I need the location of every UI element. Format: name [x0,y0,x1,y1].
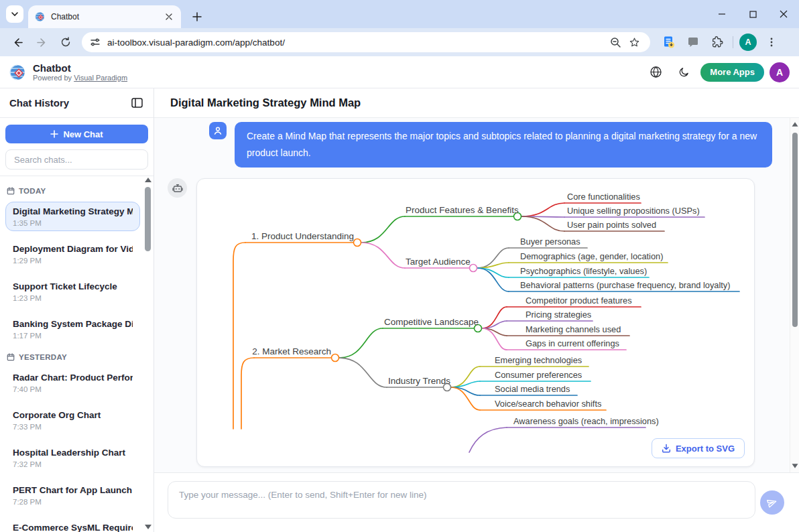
browser-menu-icon[interactable] [761,32,782,52]
svg-text:Target Audience: Target Audience [406,257,471,267]
browser-toolbar: ai-toolbox.visual-paradigm.com/app/chatb… [0,28,799,56]
chat-section-header: YESTERDAY [7,352,139,362]
message-input-area [154,472,799,532]
toolbar-separator [733,36,733,48]
browser-tab[interactable]: Chatbot [28,5,181,28]
download-icon [662,444,671,453]
visual-paradigm-link[interactable]: Visual Paradigm [74,74,127,82]
svg-text:Gaps in current offerings: Gaps in current offerings [526,338,619,348]
bot-message-row: 1. Product UnderstandingProduct Features… [154,168,799,467]
bookmark-star-icon[interactable] [625,33,643,52]
browser-avatar[interactable]: A [739,34,757,51]
tab-search-chevron-icon[interactable] [6,5,23,23]
sidebar: Chat History New Chat TODAYDigital Marke… [0,88,154,532]
reload-icon[interactable] [55,31,76,53]
export-svg-button[interactable]: Export to SVG [652,438,745,458]
svg-text:Awareness goals (reach, impres: Awareness goals (reach, impressions) [513,416,659,426]
app-avatar[interactable]: A [770,62,790,82]
minimize-icon[interactable] [706,0,737,28]
svg-text:Voice/search behavior shifts: Voice/search behavior shifts [495,399,601,409]
site-settings-icon[interactable] [90,37,101,48]
chat-history-list: TODAYDigital Marketing Strategy M...1:35… [0,176,153,532]
powered-by: Powered by Visual Paradigm [33,74,127,82]
svg-text:Competitor product features: Competitor product features [526,295,632,306]
main-panel: Digital Marketing Strategy Mind Map Crea… [154,88,799,532]
new-tab-icon[interactable] [189,9,205,25]
new-chat-button[interactable]: New Chat [5,125,148,143]
favicon-visual-paradigm [35,11,46,22]
svg-text:Marketing channels used: Marketing channels used [526,324,621,334]
svg-text:Behavioral patterns (purchase: Behavioral patterns (purchase frequency,… [520,280,730,290]
window-close-icon[interactable] [768,0,799,28]
svg-text:Consumer preferences: Consumer preferences [495,370,582,380]
svg-text:Social media trends: Social media trends [495,384,570,394]
svg-text:Competitive Landscape: Competitive Landscape [384,317,479,327]
back-icon[interactable] [7,31,28,53]
chat-scrollbar[interactable] [790,118,799,472]
chat-list-item[interactable]: Deployment Diagram for Vid...1:29 PM [5,239,140,269]
user-avatar-icon [209,122,227,139]
dark-mode-moon-icon[interactable] [672,61,695,84]
svg-text:Core functionalities: Core functionalities [567,192,640,202]
user-message-bubble: Create a Mind Map that represents the ma… [235,122,772,168]
chat-messages-area: Create a Mind Map that represents the ma… [154,118,799,472]
svg-text:Demographics (age, gender, loc: Demographics (age, gender, location) [520,251,663,261]
scroll-up-icon[interactable] [145,178,151,182]
chat-list-item[interactable]: Radar Chart: Product Perfor...7:40 PM [5,368,140,397]
svg-text:Product Features & Benefits: Product Features & Benefits [406,205,519,215]
chat-list-item[interactable]: Hospital Leadership Chart7:32 PM [5,443,140,472]
svg-text:2. Market Research: 2. Market Research [252,346,331,356]
chat-section-header: TODAY [7,186,139,196]
chat-list-item[interactable]: Corporate Org Chart7:33 PM [5,405,140,435]
chat-list-item[interactable]: Banking System Package Dia...1:17 PM [5,314,140,344]
mindmap-diagram[interactable]: 1. Product UnderstandingProduct Features… [197,179,755,468]
browser-titlebar: Chatbot [0,0,799,28]
svg-text:User pain points solved: User pain points solved [567,220,656,230]
svg-text:Psychographics (lifestyle, val: Psychographics (lifestyle, values) [520,266,647,276]
zoom-out-icon[interactable] [606,33,625,52]
language-globe-icon[interactable] [644,61,667,84]
scroll-down-icon[interactable] [792,464,798,468]
svg-text:Emerging technologies: Emerging technologies [495,355,582,365]
send-icon [765,496,779,509]
sidebar-title: Chat History [9,97,69,109]
mindmap-canvas[interactable]: 1. Product UnderstandingProduct Features… [196,178,755,467]
chat-list-item[interactable]: Support Ticket Lifecycle1:23 PM [5,277,140,306]
page-title: Digital Marketing Strategy Mind Map [154,88,799,118]
chat-list-item[interactable]: E-Commerce SysML Require... [5,518,140,532]
sidebar-scrollbar[interactable] [144,178,151,529]
scroll-thumb[interactable] [792,133,798,327]
address-bar[interactable]: ai-toolbox.visual-paradigm.com/app/chatb… [82,32,650,52]
plus-icon [50,130,58,138]
svg-text:Unique selling propositions (U: Unique selling propositions (USPs) [567,206,700,216]
app-logo [9,64,27,81]
svg-text:Industry Trends: Industry Trends [388,376,450,386]
scroll-down-icon[interactable] [145,525,151,529]
tab-title: Chatbot [51,12,164,21]
forward-icon[interactable] [31,31,52,53]
search-input[interactable] [5,149,148,170]
scroll-thumb[interactable] [145,187,151,251]
url-text[interactable]: ai-toolbox.visual-paradigm.com/app/chatb… [107,38,606,48]
svg-text:Pricing strategies: Pricing strategies [526,310,591,320]
chat-bubble-icon[interactable] [683,32,703,52]
more-apps-button[interactable]: More Apps [700,63,764,82]
svg-text:Buyer personas: Buyer personas [520,237,580,247]
app-name: Chatbot [33,62,127,74]
docs-offline-icon[interactable] [659,32,679,52]
maximize-icon[interactable] [737,0,768,28]
message-input[interactable] [168,481,755,519]
chat-list-item[interactable]: Digital Marketing Strategy M...1:35 PM [5,202,140,231]
panel-toggle-icon[interactable] [128,94,145,112]
tab-close-icon[interactable] [164,11,174,22]
scroll-up-icon[interactable] [792,122,798,126]
svg-text:1. Product Understanding: 1. Product Understanding [251,231,354,241]
bot-avatar-icon [168,178,187,198]
extensions-puzzle-icon[interactable] [707,32,727,52]
user-message-row: Create a Mind Map that represents the ma… [154,122,799,168]
send-button[interactable] [760,490,784,515]
chat-list-item[interactable]: PERT Chart for App Launch7:28 PM [5,480,140,510]
app-header: Chatbot Powered by Visual Paradigm More … [0,56,799,88]
